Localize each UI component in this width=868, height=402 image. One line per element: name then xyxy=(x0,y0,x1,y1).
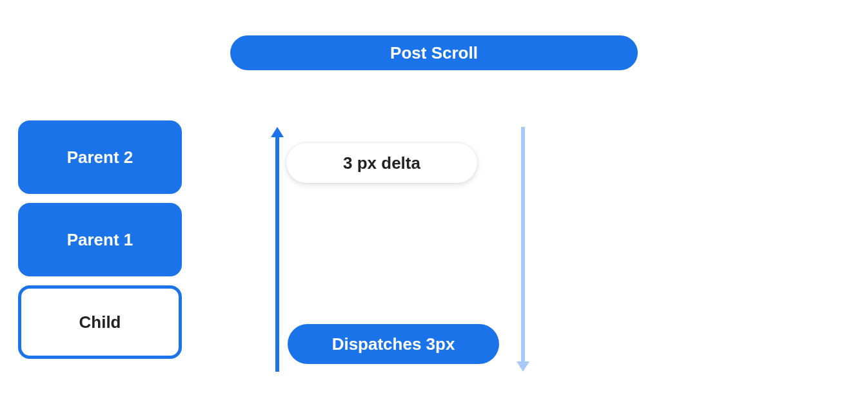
dispatch-pill: Dispatches 3px xyxy=(288,324,499,364)
child-box: Child xyxy=(18,285,182,359)
parent-2-box: Parent 2 xyxy=(18,120,182,194)
svg-marker-3 xyxy=(517,361,529,372)
svg-marker-1 xyxy=(271,127,284,137)
hierarchy-sidebar: Parent 2 Parent 1 Child xyxy=(18,120,182,359)
parent-1-label: Parent 1 xyxy=(67,230,133,250)
dispatch-label: Dispatches 3px xyxy=(332,334,455,354)
post-scroll-header: Post Scroll xyxy=(230,35,638,70)
parent-2-label: Parent 2 xyxy=(67,148,133,168)
parent-1-box: Parent 1 xyxy=(18,203,182,276)
arrow-up-icon xyxy=(271,127,284,372)
delta-pill: 3 px delta xyxy=(286,143,477,183)
delta-label: 3 px delta xyxy=(343,153,420,173)
header-title: Post Scroll xyxy=(390,43,478,63)
child-label: Child xyxy=(79,312,121,332)
arrow-down-icon xyxy=(517,127,529,372)
